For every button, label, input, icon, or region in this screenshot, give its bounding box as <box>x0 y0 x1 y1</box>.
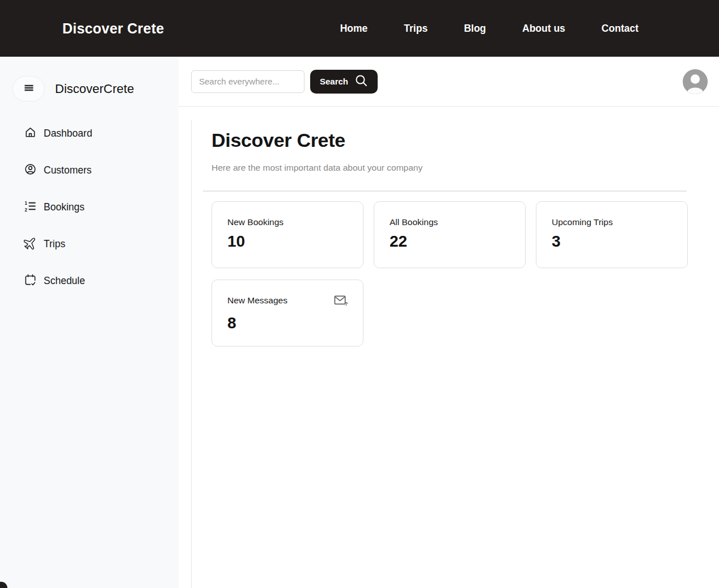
card-label: All Bookings <box>390 217 438 227</box>
card-upcoming-trips: Upcoming Trips 3 <box>536 201 688 268</box>
mail-question-icon: ? <box>333 295 348 309</box>
person-circle-icon <box>24 163 37 178</box>
card-all-bookings: All Bookings 22 <box>374 201 526 268</box>
search-input[interactable] <box>191 70 304 93</box>
page-title: Discover Crete <box>212 129 719 151</box>
search-button[interactable]: Search <box>310 70 378 94</box>
airplane-icon <box>24 236 37 252</box>
card-label: New Bookings <box>227 217 284 227</box>
stats-cards: New Bookings 10 All Bookings 22 Upcoming… <box>212 201 719 346</box>
sidebar-item-bookings[interactable]: 1 2 Bookings <box>0 199 179 215</box>
ordered-list-icon: 1 2 <box>24 200 37 215</box>
sidebar-item-label: Bookings <box>44 201 84 213</box>
sidebar-item-customers[interactable]: Customers <box>0 162 179 178</box>
home-icon <box>24 126 37 141</box>
sidebar: DiscoverCrete Dashboard <box>0 57 179 588</box>
nav-link-home[interactable]: Home <box>340 23 368 35</box>
main-header: Search <box>179 57 719 107</box>
card-new-messages: New Messages ? 8 <box>212 280 363 346</box>
svg-text:?: ? <box>345 301 348 307</box>
sidebar-item-trips[interactable]: Trips <box>0 236 179 252</box>
nav-link-blog[interactable]: Blog <box>464 23 486 35</box>
sidebar-brand: DiscoverCrete <box>55 82 134 96</box>
sidebar-item-label: Dashboard <box>44 128 92 139</box>
sidebar-item-label: Customers <box>44 164 92 176</box>
magnifier-icon <box>354 74 368 89</box>
nav-link-contact[interactable]: Contact <box>602 23 638 35</box>
top-navbar: Discover Crete Home Trips Blog About us … <box>0 0 719 57</box>
page-subtitle: Here are the most important data about y… <box>212 163 719 173</box>
topnav-links: Home Trips Blog About us Contact <box>340 23 638 35</box>
nav-link-trips[interactable]: Trips <box>404 23 428 35</box>
card-new-bookings: New Bookings 10 <box>212 201 363 268</box>
content-panel: Discover Crete Here are the most importa… <box>191 120 719 588</box>
card-value: 22 <box>390 232 510 251</box>
search-button-label: Search <box>320 77 348 86</box>
card-label: New Messages <box>227 295 287 306</box>
sidebar-header: DiscoverCrete <box>0 57 179 101</box>
divider <box>203 191 687 192</box>
card-value: 10 <box>227 232 348 251</box>
sidebar-item-label: Trips <box>44 238 65 250</box>
card-label: Upcoming Trips <box>552 217 613 227</box>
hamburger-icon <box>22 81 36 97</box>
svg-text:2: 2 <box>24 207 27 212</box>
menu-toggle-button[interactable] <box>12 76 45 101</box>
card-value: 3 <box>552 232 673 251</box>
card-value: 8 <box>227 314 348 332</box>
user-avatar[interactable] <box>682 69 708 95</box>
sidebar-nav: Dashboard Customers 1 2 <box>0 125 179 289</box>
svg-text:1: 1 <box>24 200 27 205</box>
sidebar-item-dashboard[interactable]: Dashboard <box>0 125 179 141</box>
nav-link-about-us[interactable]: About us <box>522 23 565 35</box>
sidebar-item-schedule[interactable]: Schedule <box>0 273 179 289</box>
app-shell: DiscoverCrete Dashboard <box>0 57 719 588</box>
main-column: Search <box>179 57 719 588</box>
calendar-check-icon <box>24 273 37 289</box>
sidebar-item-label: Schedule <box>44 275 85 287</box>
brand-logo[interactable]: Discover Crete <box>62 20 164 37</box>
person-avatar-icon <box>682 69 708 95</box>
